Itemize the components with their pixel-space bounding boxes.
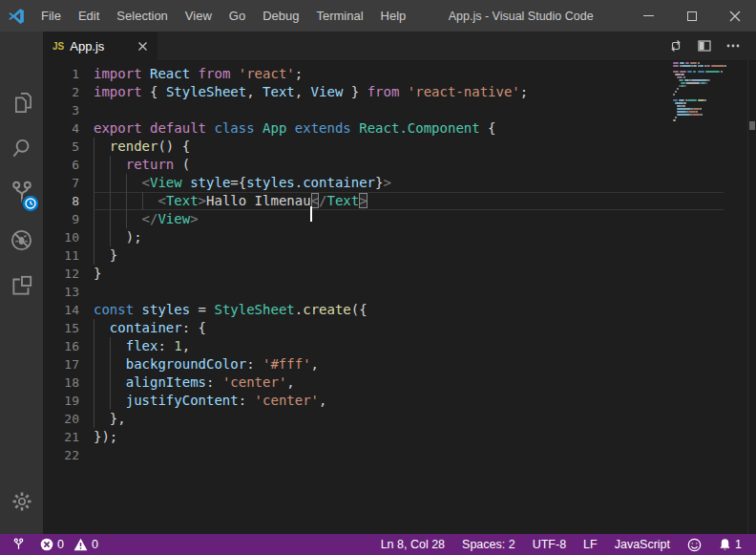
code-line-7[interactable]: 7 <View style={styles.container}> (43, 174, 724, 192)
code-line-18[interactable]: 18 alignItems: 'center', (43, 374, 724, 392)
code-line-9[interactable]: 9 </View> (43, 210, 724, 228)
warning-count: 0 (92, 538, 98, 551)
indentation-label: Spaces: 2 (462, 538, 515, 551)
minimap[interactable] (673, 62, 728, 131)
debug-disabled-icon (9, 227, 34, 253)
menu-item-debug[interactable]: Debug (254, 0, 307, 32)
close-icon (729, 11, 741, 22)
extensions-icon (10, 273, 34, 298)
code-line-13[interactable]: 13 (43, 283, 724, 301)
line-number: 3 (43, 101, 94, 119)
line-number: 9 (43, 210, 94, 228)
sync-icon (668, 38, 683, 53)
menu-item-help[interactable]: Help (372, 0, 415, 32)
eol-label: LF (583, 538, 598, 551)
sidebar-item-search[interactable] (0, 125, 43, 171)
warning-icon (74, 538, 88, 551)
code-line-16[interactable]: 16 flex: 1, (43, 337, 724, 355)
smiley-icon (687, 538, 702, 552)
tabstrip-activity-gap (0, 32, 43, 60)
code-line-10[interactable]: 10 ); (43, 228, 724, 246)
code-line-12[interactable]: 12} (43, 265, 724, 283)
line-number: 22 (43, 446, 94, 464)
vscode-logo-icon (0, 0, 32, 32)
menu-item-go[interactable]: Go (220, 0, 254, 32)
code-line-17[interactable]: 17 backgroundColor: '#fff', (43, 355, 724, 374)
close-button[interactable] (713, 0, 756, 32)
line-col-label: Ln 8, Col 28 (381, 538, 445, 551)
menu-item-edit[interactable]: Edit (70, 0, 108, 32)
eol-status[interactable]: LF (578, 534, 602, 555)
manage-button[interactable] (0, 479, 43, 524)
line-number: 19 (43, 392, 94, 410)
problems-status[interactable]: 0 0 (35, 534, 103, 555)
line-number: 13 (43, 283, 94, 301)
feedback-button[interactable] (682, 534, 706, 555)
sidebar-item-explorer[interactable] (0, 79, 43, 125)
code-line-20[interactable]: 20 }, (43, 410, 724, 428)
vscode-window: FileEditSelectionViewGoDebugTerminalHelp… (0, 0, 756, 555)
menu-item-selection[interactable]: Selection (108, 0, 176, 32)
line-number: 8 (43, 192, 94, 210)
minimize-button[interactable] (627, 0, 670, 32)
menu-item-terminal[interactable]: Terminal (307, 0, 371, 32)
menu-item-view[interactable]: View (177, 0, 220, 32)
encoding-status[interactable]: UTF-8 (528, 534, 571, 555)
tab-close-button[interactable] (135, 38, 150, 53)
encoding-label: UTF-8 (533, 538, 566, 551)
code-line-11[interactable]: 11 } (43, 246, 724, 265)
line-number: 1 (43, 65, 94, 83)
code-line-2[interactable]: 2import { StyleSheet, Text, View } from … (43, 83, 724, 101)
search-icon (10, 136, 34, 160)
notifications-button[interactable]: 1 (714, 534, 746, 555)
code-line-3[interactable]: 3 (43, 101, 724, 119)
line-number: 21 (43, 428, 94, 446)
explorer-icon (9, 90, 34, 116)
git-branch-status[interactable] (8, 534, 30, 555)
error-count: 0 (57, 538, 64, 551)
split-editor-button[interactable] (695, 36, 714, 55)
error-icon (40, 538, 53, 551)
maximize-button[interactable] (670, 0, 713, 32)
code-line-19[interactable]: 19 justifyContent: 'center', (43, 392, 724, 410)
tab-label: App.js (70, 39, 129, 53)
line-number: 5 (43, 138, 94, 156)
code-line-8[interactable]: 8 <Text>Hallo Ilmenau</Text> (43, 192, 724, 210)
indentation-status[interactable]: Spaces: 2 (457, 534, 520, 555)
code-line-1[interactable]: 1import React from 'react'; (43, 65, 724, 83)
javascript-file-icon: JS (52, 41, 64, 52)
editor-pane[interactable]: 1import React from 'react';2import { Sty… (43, 60, 756, 534)
title-bar: FileEditSelectionViewGoDebugTerminalHelp… (0, 0, 756, 32)
overview-cursor-marker (749, 121, 755, 130)
editor-actions (666, 32, 756, 60)
cursor-position-status[interactable]: Ln 8, Col 28 (376, 534, 450, 555)
language-mode-status[interactable]: JavaScript (610, 534, 675, 555)
sidebar-item-extensions[interactable] (0, 263, 43, 309)
sidebar-item-debug[interactable] (0, 217, 43, 263)
window-controls (627, 0, 756, 32)
code-line-15[interactable]: 15 container: { (43, 319, 724, 337)
line-number: 6 (43, 156, 94, 174)
git-branch-icon (12, 538, 25, 551)
more-actions-button[interactable] (724, 36, 743, 55)
code-line-4[interactable]: 4export default class App extends React.… (43, 119, 724, 138)
code-line-5[interactable]: 5 render() { (43, 138, 724, 156)
line-number: 2 (43, 83, 94, 101)
sidebar-item-source-control[interactable] (0, 171, 43, 217)
maximize-icon (687, 11, 697, 21)
code-line-22[interactable]: 22 (43, 446, 724, 464)
sync-changes-button[interactable] (666, 36, 685, 55)
code-line-21[interactable]: 21}); (43, 428, 724, 446)
menu-item-file[interactable]: File (32, 0, 70, 32)
line-number: 10 (43, 228, 94, 246)
code-line-6[interactable]: 6 return ( (43, 156, 724, 174)
overview-ruler[interactable] (747, 60, 756, 534)
line-number: 17 (43, 355, 94, 374)
language-label: JavaScript (615, 538, 670, 551)
bell-icon (719, 538, 731, 551)
line-number: 12 (43, 265, 94, 283)
split-editor-icon (698, 39, 711, 53)
tab-appjs[interactable]: JS App.js (43, 32, 158, 60)
code-line-14[interactable]: 14const styles = StyleSheet.create({ (43, 301, 724, 319)
code-area[interactable]: 1import React from 'react';2import { Sty… (43, 65, 724, 464)
